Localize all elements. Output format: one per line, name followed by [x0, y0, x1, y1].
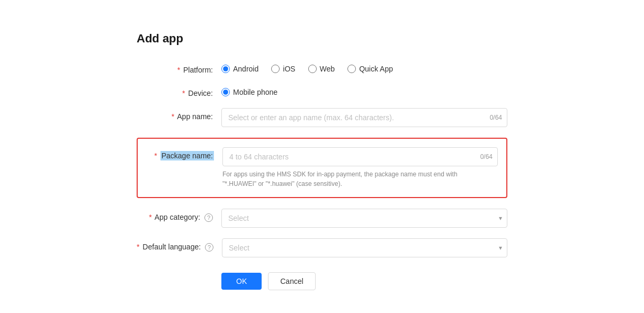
- app-name-row: * App name: 0/64: [137, 108, 507, 127]
- package-name-label: * Package name:: [146, 147, 222, 160]
- radio-group-platform: Android iOS Web Quick App: [221, 61, 507, 73]
- platform-label: * Platform:: [137, 61, 221, 74]
- cancel-button[interactable]: Cancel: [268, 272, 316, 290]
- radio-web-label[interactable]: Web: [320, 65, 335, 73]
- form-container: Add app * Platform: Android iOS: [137, 32, 507, 290]
- package-name-content: 0/64 For apps using the HMS SDK for in-a…: [222, 147, 498, 189]
- platform-options: Android iOS Web Quick App: [221, 61, 507, 73]
- app-category-help-icon[interactable]: ?: [204, 213, 213, 222]
- app-category-content: Select ▾: [221, 209, 507, 228]
- radio-quickapp-label[interactable]: Quick App: [359, 65, 393, 73]
- page: Add app * Platform: Android iOS: [0, 0, 644, 313]
- radio-web[interactable]: Web: [308, 65, 335, 73]
- package-name-input[interactable]: [222, 147, 498, 166]
- radio-android-input[interactable]: [221, 65, 230, 73]
- radio-mobile-phone-label[interactable]: Mobile phone: [233, 88, 278, 96]
- button-row: OK Cancel: [137, 272, 507, 290]
- radio-mobile-phone[interactable]: Mobile phone: [221, 88, 278, 96]
- radio-android-label[interactable]: Android: [233, 65, 258, 73]
- package-name-input-wrapper: 0/64: [222, 147, 498, 166]
- radio-group-device: Mobile phone: [221, 85, 507, 96]
- radio-android[interactable]: Android: [221, 65, 258, 73]
- app-name-input-wrapper: 0/64: [221, 108, 507, 127]
- default-language-select[interactable]: Select: [222, 238, 507, 257]
- page-title: Add app: [137, 32, 507, 46]
- device-content: Mobile phone: [221, 85, 507, 96]
- platform-row: * Platform: Android iOS Web: [137, 61, 507, 74]
- radio-ios-label[interactable]: iOS: [283, 65, 295, 73]
- app-name-counter: 0/64: [490, 114, 502, 121]
- required-mark: *: [177, 66, 180, 74]
- app-category-select[interactable]: Select: [221, 209, 507, 228]
- package-name-section: * Package name: 0/64 For apps using the …: [137, 138, 507, 198]
- package-name-row: * Package name: 0/64 For apps using the …: [146, 147, 498, 189]
- device-label: * Device:: [137, 85, 221, 97]
- device-row: * Device: Mobile phone: [137, 85, 507, 97]
- default-language-select-wrapper: Select ▾: [222, 238, 507, 257]
- default-language-label: * Default language: ?: [137, 238, 222, 252]
- app-category-label: * App category: ?: [137, 209, 221, 222]
- radio-ios-input[interactable]: [271, 65, 280, 73]
- app-name-input[interactable]: [221, 108, 507, 127]
- default-language-content: Select ▾: [222, 238, 507, 257]
- default-language-row: * Default language: ? Select ▾: [137, 238, 507, 257]
- radio-quickapp[interactable]: Quick App: [347, 65, 393, 73]
- radio-mobile-phone-input[interactable]: [221, 88, 230, 96]
- app-name-label: * App name:: [137, 108, 221, 121]
- app-category-row: * App category: ? Select ▾: [137, 209, 507, 228]
- package-name-hint: For apps using the HMS SDK for in-app pa…: [222, 169, 498, 189]
- app-category-select-wrapper: Select ▾: [221, 209, 507, 228]
- radio-ios[interactable]: iOS: [271, 65, 295, 73]
- app-name-content: 0/64: [221, 108, 507, 127]
- ok-button[interactable]: OK: [221, 273, 262, 290]
- radio-quickapp-input[interactable]: [347, 65, 356, 73]
- radio-web-input[interactable]: [308, 65, 317, 73]
- package-name-counter: 0/64: [480, 153, 493, 160]
- default-language-help-icon[interactable]: ?: [205, 243, 213, 252]
